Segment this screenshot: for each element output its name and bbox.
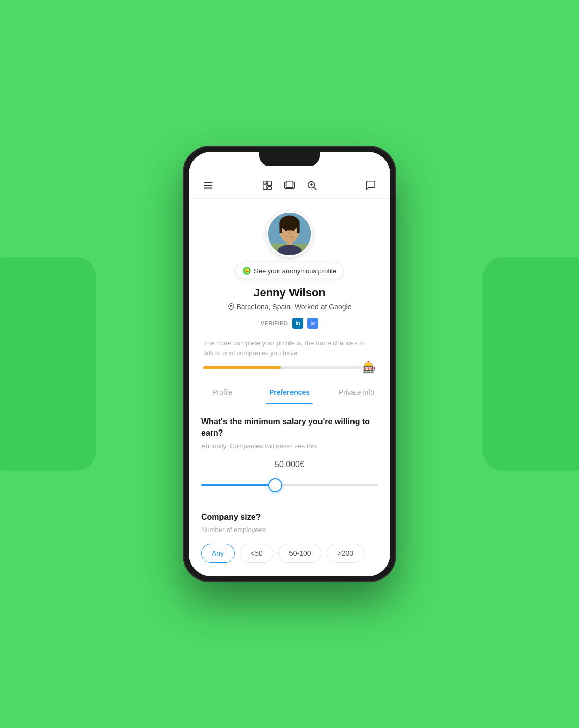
feed-icon[interactable]	[260, 178, 274, 192]
anonymous-badge-text: See your anonymous profile	[254, 267, 336, 275]
phone-notch	[259, 152, 320, 166]
company-size-title: Company size?	[201, 512, 378, 523]
preferences-tab-content: What's the minimum salary you're willing…	[189, 404, 390, 576]
company-size-section: Company size? Number of employees Any <5…	[201, 512, 378, 563]
svg-point-23	[278, 245, 302, 256]
size-option-more200[interactable]: >200	[327, 544, 364, 563]
user-name: Jenny Wilson	[253, 286, 326, 300]
salary-section-subtitle: Annually. Companies will never see this	[201, 442, 378, 450]
chat-icon[interactable]	[364, 178, 378, 192]
company-size-options: Any <50 50-100 >200	[201, 544, 378, 563]
svg-line-10	[314, 187, 316, 190]
size-option-any[interactable]: Any	[201, 544, 235, 563]
slider-fill	[201, 484, 275, 486]
email-badge[interactable]: ✉	[307, 318, 318, 329]
salary-section-title: What's the minimum salary you're willing…	[201, 416, 378, 439]
salary-slider[interactable]	[201, 475, 378, 495]
progress-emoji: 🎰	[362, 361, 376, 374]
svg-rect-17	[279, 223, 282, 233]
svg-point-16	[279, 216, 299, 231]
profile-hint-text: The more complete your profile is, the m…	[201, 338, 378, 358]
nav-center-icons	[260, 178, 319, 192]
phone-frame: 😊 See your anonymous profile Jenny Wilso…	[183, 146, 396, 582]
svg-point-24	[230, 305, 232, 307]
svg-rect-6	[268, 187, 271, 190]
profile-section: 😊 See your anonymous profile Jenny Wilso…	[189, 199, 390, 373]
svg-rect-18	[297, 223, 300, 233]
phone-screen: 😊 See your anonymous profile Jenny Wilso…	[189, 152, 390, 576]
svg-rect-8	[286, 181, 293, 188]
tab-preferences[interactable]: Preferences	[256, 381, 323, 404]
verified-label: VERIFIED	[261, 320, 288, 326]
svg-point-19	[285, 228, 288, 231]
avatar	[267, 211, 312, 257]
company-size-subtitle: Number of employees	[201, 526, 378, 534]
tabs-bar: Profile Preferences Private info	[189, 381, 390, 404]
bg-decoration-right	[482, 257, 579, 471]
linkedin-badge[interactable]: in	[292, 318, 303, 329]
avatar-container	[267, 211, 312, 257]
anonymous-profile-badge[interactable]: 😊 See your anonymous profile	[235, 263, 344, 278]
svg-rect-4	[263, 185, 267, 189]
size-option-less50[interactable]: <50	[240, 544, 273, 563]
bg-decoration-left	[0, 257, 96, 471]
progress-bar-fill	[203, 366, 281, 369]
hamburger-menu-button[interactable]	[201, 178, 215, 192]
location-text: Barcelona, Spain. Worked at Google	[237, 303, 352, 311]
size-option-50-100[interactable]: 50-100	[278, 544, 322, 563]
scroll-content: 😊 See your anonymous profile Jenny Wilso…	[189, 199, 390, 576]
progress-bar-bg	[203, 366, 376, 369]
svg-point-21	[288, 232, 291, 235]
svg-rect-3	[263, 181, 267, 184]
search-icon[interactable]	[305, 178, 319, 192]
cards-icon[interactable]	[282, 178, 297, 192]
user-location: Barcelona, Spain. Worked at Google	[228, 303, 352, 311]
slider-track	[201, 484, 378, 486]
salary-section: What's the minimum salary you're willing…	[201, 416, 378, 495]
verified-row: VERIFIED in ✉	[261, 318, 319, 329]
green-status-dot: 😊	[243, 267, 251, 275]
svg-rect-5	[268, 181, 271, 186]
tab-private-info[interactable]: Private info	[323, 381, 390, 404]
salary-value: 50.000€	[201, 460, 378, 469]
tab-profile[interactable]: Profile	[189, 381, 256, 404]
svg-point-20	[292, 228, 295, 231]
slider-thumb[interactable]	[268, 478, 282, 492]
progress-bar-container: 🎰	[201, 366, 378, 369]
